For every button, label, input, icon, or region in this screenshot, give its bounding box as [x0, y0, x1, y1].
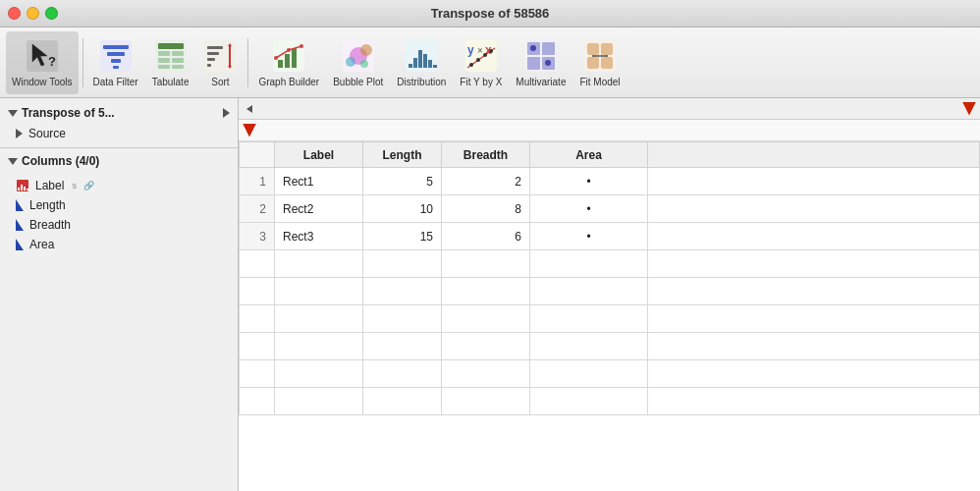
- svg-rect-6: [111, 59, 121, 63]
- second-nav-row: [239, 120, 980, 141]
- svg-point-29: [287, 48, 291, 52]
- cell-label-3[interactable]: Rect3: [275, 223, 363, 250]
- cell-breadth-1[interactable]: 2: [442, 168, 530, 195]
- svg-rect-37: [408, 64, 412, 68]
- empty-cell: [648, 250, 980, 278]
- cell-length-2[interactable]: 10: [363, 195, 442, 223]
- traffic-lights: [8, 7, 58, 20]
- svg-rect-9: [158, 43, 184, 49]
- toolbar-item-fit-model[interactable]: Fit Model: [573, 31, 626, 94]
- source-item[interactable]: Source: [0, 124, 238, 143]
- th-label[interactable]: Label: [275, 142, 363, 168]
- svg-rect-7: [113, 66, 119, 69]
- empty-cell[interactable]: [363, 250, 442, 278]
- svg-rect-70: [24, 187, 26, 191]
- th-length[interactable]: Length: [363, 142, 442, 168]
- columns-collapse-icon: [8, 158, 18, 165]
- toolbar-label-distribution: Distribution: [397, 77, 446, 87]
- table-row-empty: [240, 388, 980, 415]
- nav-left-arrow[interactable]: [243, 102, 256, 116]
- svg-rect-27: [292, 48, 297, 68]
- toolbar-label-fit-model: Fit Model: [579, 77, 620, 87]
- table-row-empty: [240, 305, 980, 333]
- svg-rect-25: [278, 60, 283, 68]
- minimize-button[interactable]: [27, 7, 39, 20]
- toolbar-separator-2: [247, 38, 248, 87]
- numeric-column-icon: [16, 199, 24, 211]
- cell-label-2[interactable]: Rect2: [275, 195, 363, 223]
- column-length-text: Length: [29, 198, 66, 212]
- svg-point-50: [483, 53, 487, 57]
- string-column-icon: [16, 179, 29, 192]
- th-breadth[interactable]: Breadth: [442, 142, 530, 168]
- svg-rect-15: [172, 65, 184, 69]
- nav-down-arrow-2[interactable]: [243, 124, 256, 137]
- columns-header[interactable]: Columns (4/0): [0, 148, 238, 174]
- filter-icon: [98, 38, 134, 74]
- svg-rect-71: [27, 189, 28, 191]
- right-panel: Label Length Breadth Area 1 Rect1 5 2 •: [239, 98, 980, 491]
- source-arrow-icon: [16, 129, 23, 138]
- cell-empty-3: [648, 223, 980, 250]
- svg-rect-4: [103, 45, 129, 49]
- svg-point-30: [299, 44, 303, 48]
- cell-area-3[interactable]: •: [530, 223, 648, 250]
- distribution-icon: [404, 38, 439, 74]
- table-row: 2 Rect2 10 8 •: [240, 195, 980, 223]
- svg-point-48: [469, 63, 473, 67]
- close-button[interactable]: [8, 7, 21, 20]
- cell-length-1[interactable]: 5: [363, 168, 442, 195]
- column-item-label[interactable]: Label s 🔗: [0, 176, 238, 195]
- sort-icon: [202, 38, 238, 74]
- column-link-icon: 🔗: [83, 181, 94, 191]
- nav-down-arrow[interactable]: [962, 102, 976, 116]
- cell-area-1[interactable]: •: [530, 168, 648, 195]
- toolbar-item-graph-builder[interactable]: Graph Builder: [252, 31, 325, 94]
- toolbar-item-multivariate[interactable]: Multivariate: [510, 31, 572, 94]
- toolbar-label-data-filter: Data Filter: [93, 77, 138, 87]
- title-bar: Transpose of 58586: [0, 0, 980, 27]
- toolbar-item-sort[interactable]: Sort: [196, 31, 244, 94]
- row-num-2: 2: [240, 195, 275, 223]
- transpose-section: Transpose of 5... Source: [0, 98, 238, 148]
- svg-point-51: [489, 49, 493, 53]
- toolbar-item-distribution[interactable]: Distribution: [391, 31, 452, 94]
- cell-breadth-3[interactable]: 6: [442, 223, 530, 250]
- expand-right-icon: [223, 108, 230, 118]
- maximize-button[interactable]: [45, 7, 58, 20]
- cell-area-2[interactable]: •: [530, 195, 648, 223]
- toolbar-item-bubble-plot[interactable]: Bubble Plot: [327, 31, 389, 94]
- columns-section: Columns (4/0) Label s 🔗: [0, 148, 238, 491]
- svg-rect-55: [527, 57, 540, 70]
- toolbar-item-fit-y-by-x[interactable]: y x × Fit Y by X: [454, 31, 508, 94]
- table-row-empty: [240, 360, 980, 388]
- transpose-header[interactable]: Transpose of 5...: [0, 102, 238, 124]
- svg-rect-13: [172, 58, 184, 63]
- svg-rect-61: [601, 43, 613, 55]
- cell-label-1[interactable]: Rect1: [275, 168, 363, 195]
- toolbar-item-window-tools[interactable]: ? Window Tools: [6, 31, 79, 94]
- svg-rect-17: [207, 46, 223, 49]
- svg-rect-12: [158, 58, 170, 63]
- empty-cell[interactable]: [442, 250, 530, 278]
- row-num-1: 1: [240, 168, 275, 195]
- cell-length-3[interactable]: 15: [363, 223, 442, 250]
- toolbar-item-tabulate[interactable]: Tabulate: [146, 31, 195, 94]
- column-item-length[interactable]: Length: [0, 195, 238, 215]
- data-table: Label Length Breadth Area 1 Rect1 5 2 •: [239, 141, 980, 415]
- svg-rect-68: [18, 188, 20, 191]
- empty-cell[interactable]: [530, 250, 648, 278]
- numeric-column-icon-3: [16, 239, 24, 250]
- svg-rect-42: [433, 65, 437, 68]
- column-item-area[interactable]: Area: [0, 235, 238, 254]
- multivariate-icon: [523, 38, 559, 74]
- svg-point-58: [545, 60, 551, 66]
- empty-cell[interactable]: [275, 250, 363, 278]
- column-item-breadth[interactable]: Breadth: [0, 215, 238, 235]
- collapse-triangle-icon: [8, 110, 18, 117]
- th-area[interactable]: Area: [530, 142, 648, 168]
- cell-breadth-2[interactable]: 8: [442, 195, 530, 223]
- toolbar-item-data-filter[interactable]: Data Filter: [87, 31, 144, 94]
- toolbar-label-window-tools: Window Tools: [12, 77, 73, 87]
- cell-empty-1: [648, 168, 980, 195]
